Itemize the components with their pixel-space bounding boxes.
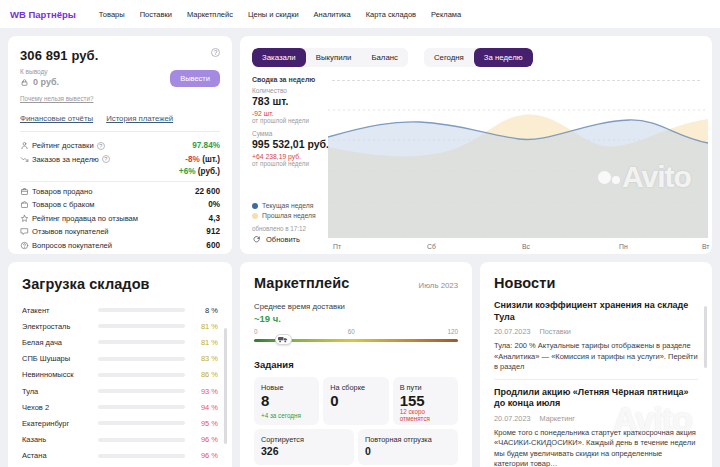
stat-value: 912 (206, 227, 220, 236)
tab-period-0[interactable]: Сегодня (424, 48, 474, 67)
refresh-icon (252, 235, 262, 244)
news-panel: Новости Снизили коэффициент хранения на … (480, 262, 712, 467)
nav-item-1[interactable]: Поставки (140, 10, 172, 19)
warehouse-row: Чехов 2 94 % (22, 399, 218, 415)
marketplace-panel: Маркетплейс Июль 2023 Среднее время дост… (240, 262, 472, 467)
warehouse-load-value: 96 % (192, 451, 218, 460)
delivery-time-value: ~19 ч. (254, 313, 458, 324)
stat-label: Заказов за неделю (32, 155, 99, 164)
stat-row: Товаров продано 22 600 (20, 185, 220, 198)
warehouse-load-bar (98, 357, 185, 361)
warehouse-name: Казань (22, 435, 98, 444)
delivery-time-label: Среднее время доставки (254, 302, 458, 311)
package-defect-icon (20, 200, 32, 209)
warehouse-name: Электросталь (22, 322, 98, 331)
divider (20, 131, 220, 132)
warehouse-load-bar (98, 308, 185, 312)
nav-item-3[interactable]: Цены и скидки (248, 10, 299, 19)
quantity-value: 783 шт. (252, 95, 332, 107)
warehouse-load-bar (98, 373, 185, 377)
news-item-meta: 20.07.2023 Маркетинг (494, 414, 698, 423)
warehouse-scrollbar[interactable] (224, 328, 227, 444)
news-scrollbar[interactable] (704, 306, 707, 368)
tab-выкупили[interactable]: Выкупили (306, 48, 362, 67)
marketplace-period: Июль 2023 (419, 281, 458, 290)
stat-value: 22 600 (195, 187, 220, 196)
stat-value: 0% (208, 200, 220, 209)
warehouse-load-value: 94 % (192, 403, 218, 412)
dashed-divider (332, 80, 700, 81)
wb-partners-logo[interactable]: WB Партнёры (10, 9, 76, 20)
warehouse-load-panel: Загрузка складов Атакент 8 % Электростал… (8, 262, 232, 467)
nav-item-5[interactable]: Карта складов (366, 10, 416, 19)
warehouse-name: Атакент (22, 306, 98, 315)
warehouse-name: Екатеринбург (22, 419, 98, 428)
warehouse-load-value: 81 % (192, 338, 218, 347)
x-axis-label: Вс (522, 243, 530, 250)
warehouse-list: Атакент 8 % Электросталь 81 % Белая дача… (22, 302, 218, 464)
news-item-body: Тула: 200 % Актуальные тарифы отображены… (494, 341, 698, 373)
tab-баланс[interactable]: Баланс (361, 48, 408, 67)
help-icon[interactable]: ? (102, 155, 110, 163)
news-item: Продлили акцию «Летняя Чёрная пятница» д… (494, 380, 698, 467)
chat-icon (20, 227, 32, 236)
sales-chart-panel: ЗаказалиВыкупилиБаланс СегодняЗа неделю … (240, 36, 712, 254)
withdraw-button[interactable]: Вывести (170, 70, 220, 87)
nav-item-0[interactable]: Товары (99, 10, 125, 19)
legend-dot (252, 213, 258, 219)
nav-item-6[interactable]: Реклама (431, 10, 461, 19)
news-item-title[interactable]: Снизили коэффициент хранения на складе Т… (494, 300, 698, 323)
stat-label: Товаров продано (32, 187, 93, 196)
warehouse-row: Казань 96 % (22, 432, 218, 448)
warehouse-load-value: 81 % (192, 322, 218, 331)
balance-link-0[interactable]: Финансовые отчёты (20, 114, 93, 123)
tab-заказали[interactable]: Заказали (252, 48, 306, 67)
warehouse-panel-title: Загрузка складов (22, 276, 218, 292)
warehouse-load-value: 96 % (192, 435, 218, 444)
stat-value: 4,3 (209, 214, 220, 223)
sum-delta: +64 238,19 руб. (252, 153, 332, 160)
nav-item-4[interactable]: Аналитика (314, 10, 351, 19)
warehouse-load-bar (98, 405, 185, 409)
warehouse-row: Тула 93 % (22, 383, 218, 399)
refresh-button[interactable]: Обновить (252, 235, 300, 244)
task-card-note: 12 скоро отменятся (400, 408, 451, 422)
warehouse-load-bar (98, 454, 185, 458)
nav-item-2[interactable]: Маркетплейс (187, 10, 233, 19)
gauge-tick-0: 0 (254, 328, 258, 335)
tab-period-1[interactable]: За неделю (474, 48, 533, 67)
stat-value: +6% (руб.) (179, 167, 220, 176)
help-icon[interactable]: ? (97, 142, 105, 150)
warehouse-load-bar (98, 389, 185, 393)
gauge-tick-120: 120 (447, 328, 458, 335)
stat-row-continuation: +6% (руб.) (20, 166, 220, 178)
area-chart (328, 92, 708, 240)
trend-down-icon (20, 155, 32, 164)
quantity-label: Количество (252, 87, 332, 94)
package-sold-icon (20, 187, 32, 196)
news-list: Снизили коэффициент хранения на складе Т… (494, 291, 698, 467)
period-tabs: СегодняЗа неделю (424, 48, 533, 67)
task-card-3: Сортируется 326 (254, 429, 354, 465)
x-axis-label: Вт (702, 243, 709, 250)
task-card-4: Повторная отгрузка 0 (358, 429, 458, 465)
chart-legend: Текущая неделя Прошлая неделя (252, 202, 316, 222)
balance-link-1[interactable]: История платежей (106, 114, 173, 123)
balance-total: 306 891 руб. (20, 48, 98, 63)
task-card-label: Новые (261, 383, 312, 392)
help-icon[interactable]: ? (211, 48, 220, 57)
stat-label: Рейтинг доставки (32, 141, 94, 150)
task-card-note: +4 за сегодня (261, 412, 312, 419)
why-cant-withdraw-link[interactable]: Почему нельзя вывести? (20, 95, 93, 102)
warehouse-load-value: 86 % (192, 370, 218, 379)
sum-note: от прошлой недели (252, 160, 332, 167)
news-item-title[interactable]: Продлили акцию «Летняя Чёрная пятница» д… (494, 387, 698, 410)
question-icon (20, 241, 32, 250)
balance-links: Финансовые отчётыИстория платежей (20, 114, 220, 123)
legend-dot (252, 203, 258, 209)
warehouse-row: СПБ Шушары 83 % (22, 351, 218, 367)
stat-row: Товаров с браком 0% (20, 198, 220, 211)
gauge-track (254, 339, 458, 342)
warehouse-load-bar (98, 438, 185, 442)
star-icon (20, 214, 32, 223)
